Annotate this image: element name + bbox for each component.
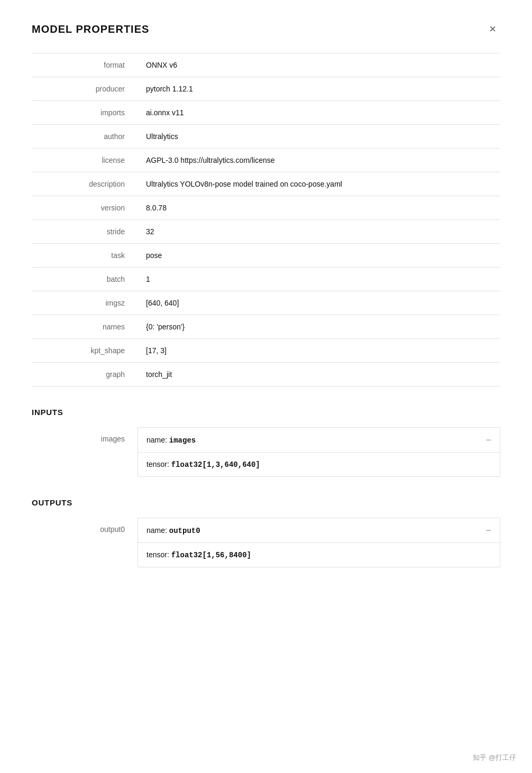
table-row: imgsz [640, 640]: [32, 291, 500, 315]
io-content: name: images − tensor: float32[1,3,640,6…: [137, 427, 500, 477]
prop-value: {0: 'person'}: [137, 315, 500, 339]
io-name: name: output0: [146, 526, 200, 535]
prop-label: stride: [32, 220, 137, 244]
io-label: images: [32, 427, 137, 443]
prop-label: graph: [32, 363, 137, 386]
close-button[interactable]: ×: [485, 21, 500, 37]
prop-label: license: [32, 149, 137, 172]
outputs-title: OUTPUTS: [32, 498, 500, 507]
prop-label: version: [32, 196, 137, 220]
table-row: kpt_shape [17, 3]: [32, 339, 500, 363]
table-row: author Ultralytics: [32, 125, 500, 149]
io-tensor-row: tensor: float32[1,56,8400]: [138, 543, 500, 567]
prop-label: format: [32, 53, 137, 77]
table-row: version 8.0.78: [32, 196, 500, 220]
table-row: imports ai.onnx v11: [32, 101, 500, 125]
prop-label: kpt_shape: [32, 339, 137, 363]
prop-label: producer: [32, 77, 137, 101]
prop-value: torch_jit: [137, 363, 500, 386]
prop-value: pose: [137, 244, 500, 268]
io-collapse-icon[interactable]: −: [485, 526, 491, 535]
table-row: stride 32: [32, 220, 500, 244]
table-row: task pose: [32, 244, 500, 268]
prop-value: [17, 3]: [137, 339, 500, 363]
prop-value: Ultralytics: [137, 125, 500, 149]
io-label: output0: [32, 518, 137, 533]
io-tensor-row: tensor: float32[1,3,640,640]: [138, 453, 500, 476]
outputs-section: OUTPUTS output0 name: output0 − tensor: …: [32, 498, 500, 567]
modal: MODEL PROPERTIES × format ONNX v6 produc…: [0, 0, 532, 773]
inputs-section: INPUTS images name: images − tensor: flo…: [32, 408, 500, 477]
prop-label: author: [32, 125, 137, 149]
io-name-row: name: output0 −: [138, 518, 500, 543]
inputs-title: INPUTS: [32, 408, 500, 417]
watermark: 知乎 @打工仔: [473, 753, 516, 762]
prop-label: imports: [32, 101, 137, 125]
table-row: license AGPL-3.0 https://ultralytics.com…: [32, 149, 500, 172]
prop-value: ONNX v6: [137, 53, 500, 77]
prop-value: 8.0.78: [137, 196, 500, 220]
modal-title: MODEL PROPERTIES: [32, 23, 149, 35]
prop-value: Ultralytics YOLOv8n-pose model trained o…: [137, 172, 500, 196]
prop-label: imgsz: [32, 291, 137, 315]
io-wrapper: output0 name: output0 − tensor: float32[…: [32, 518, 500, 567]
prop-value: ai.onnx v11: [137, 101, 500, 125]
modal-header: MODEL PROPERTIES ×: [32, 21, 500, 37]
prop-value: 1: [137, 268, 500, 291]
io-name-row: name: images −: [138, 428, 500, 453]
prop-label: task: [32, 244, 137, 268]
properties-table: format ONNX v6 producer pytorch 1.12.1 i…: [32, 53, 500, 386]
table-row: format ONNX v6: [32, 53, 500, 77]
prop-value: [640, 640]: [137, 291, 500, 315]
table-row: names {0: 'person'}: [32, 315, 500, 339]
table-row: producer pytorch 1.12.1: [32, 77, 500, 101]
prop-label: names: [32, 315, 137, 339]
prop-label: description: [32, 172, 137, 196]
table-row: batch 1: [32, 268, 500, 291]
io-collapse-icon[interactable]: −: [485, 435, 491, 445]
io-wrapper: images name: images − tensor: float32[1,…: [32, 427, 500, 477]
prop-label: batch: [32, 268, 137, 291]
table-row: description Ultralytics YOLOv8n-pose mod…: [32, 172, 500, 196]
prop-value: pytorch 1.12.1: [137, 77, 500, 101]
io-content: name: output0 − tensor: float32[1,56,840…: [137, 518, 500, 567]
table-row: graph torch_jit: [32, 363, 500, 386]
prop-value: 32: [137, 220, 500, 244]
prop-value: AGPL-3.0 https://ultralytics.com/license: [137, 149, 500, 172]
io-name: name: images: [146, 436, 196, 445]
